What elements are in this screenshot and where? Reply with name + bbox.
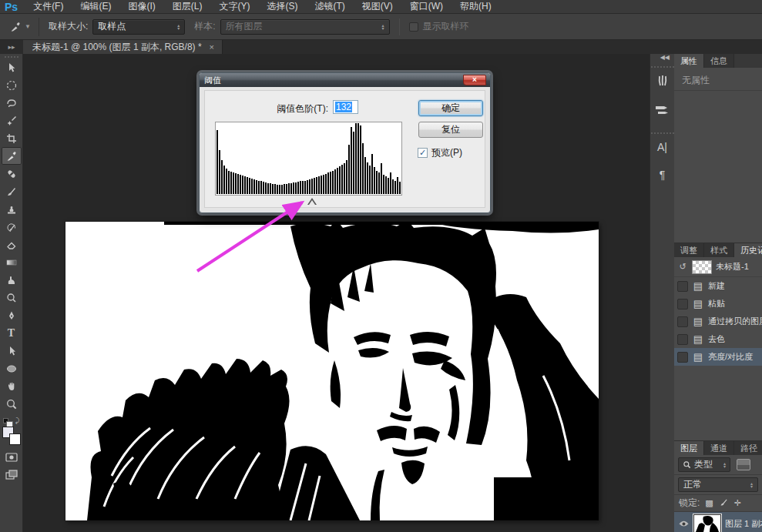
shape-ellipse-tool[interactable]	[2, 360, 22, 377]
history-source-well[interactable]	[677, 334, 688, 345]
menu-help[interactable]: 帮助(H)	[452, 0, 499, 14]
lock-transparency-icon[interactable]: ▩	[705, 498, 713, 508]
dialog-title-bar[interactable]: 阈值	[200, 73, 490, 87]
gradient-tool[interactable]	[2, 253, 22, 271]
screen-mode-button[interactable]	[2, 466, 22, 483]
sample-size-label: 取样大小:	[49, 20, 88, 33]
brush-tool[interactable]	[2, 182, 22, 200]
move-tool[interactable]	[2, 59, 22, 76]
menu-window[interactable]: 窗口(W)	[402, 0, 451, 14]
dodge-tool[interactable]	[2, 289, 22, 306]
type-tool[interactable]: T	[2, 324, 22, 342]
tab-history[interactable]: 历史记录	[734, 243, 762, 257]
sample-select[interactable]: 所有图层 ▴▾	[220, 19, 390, 35]
history-step-icon: ▤	[692, 316, 704, 326]
history-item[interactable]: ▤ 新建	[674, 277, 762, 295]
zoom-tool[interactable]	[2, 395, 22, 413]
eyedropper-tool[interactable]	[2, 147, 22, 165]
swap-colors-icon: ⤸	[15, 417, 19, 425]
color-swatches[interactable]	[2, 427, 21, 445]
default-swap-colors[interactable]: ⤸	[3, 416, 19, 425]
crop-tool[interactable]	[2, 129, 22, 147]
quick-mask-button[interactable]	[2, 448, 22, 466]
threshold-slider-handle[interactable]	[307, 198, 317, 205]
no-properties-text: 无属性	[674, 68, 762, 91]
healing-brush-tool[interactable]	[2, 165, 22, 182]
clone-stamp-tool[interactable]	[2, 200, 22, 218]
photoshop-logo: Ps	[0, 1, 24, 13]
tab-paths[interactable]: 路径	[734, 441, 762, 455]
tool-preset-picker[interactable]: ▼	[0, 18, 39, 36]
eraser-tool[interactable]	[2, 236, 22, 253]
layer-row-selected[interactable]: 图层 1 副本	[674, 512, 762, 532]
smudge-tool[interactable]	[2, 271, 22, 289]
history-item-selected[interactable]: ▤ 亮度/对比度	[674, 348, 762, 366]
sample-size-select[interactable]: 取样点 ▴▾	[92, 19, 185, 35]
history-item[interactable]: ▤ 粘贴	[674, 295, 762, 313]
default-colors-icon	[3, 418, 8, 423]
layer-filter-row: 类型 ▴▾	[674, 455, 762, 475]
lock-row: 锁定: ▩ ✛	[674, 495, 762, 512]
preview-checkbox[interactable]: ✓ 预览(P)	[418, 146, 462, 159]
tab-info[interactable]: 信息	[704, 54, 734, 68]
menu-filter[interactable]: 滤镜(T)	[307, 0, 352, 14]
history-source-well[interactable]	[677, 316, 688, 327]
history-source-well[interactable]	[677, 352, 688, 363]
history-brush-tool[interactable]	[2, 218, 22, 236]
magic-wand-tool[interactable]	[2, 112, 22, 129]
threshold-value-input[interactable]: 132	[333, 100, 358, 114]
layer-thumbnail[interactable]	[693, 514, 721, 532]
menu-image[interactable]: 图像(I)	[120, 0, 163, 14]
menu-type[interactable]: 文字(Y)	[211, 0, 257, 14]
layers-tab-bar: 图层 通道 路径	[674, 441, 762, 455]
filter-by-image-icon[interactable]	[737, 459, 750, 470]
updown-icon: ▴▾	[723, 462, 726, 468]
panel-grip[interactable]	[5, 56, 18, 58]
reset-button[interactable]: 复位	[418, 122, 483, 138]
tab-adjustments[interactable]: 调整	[674, 243, 704, 257]
document-tab[interactable]: 未标题-1 @ 100% (图层 1 副本, RGB/8) * ×	[23, 40, 223, 54]
show-sampling-ring-checkbox[interactable]: 显示取样环	[409, 20, 469, 33]
history-step-icon: ▤	[692, 281, 704, 291]
path-select-tool[interactable]	[2, 342, 22, 360]
visibility-eye-icon[interactable]	[677, 520, 690, 527]
brush-presets-icon[interactable]	[653, 72, 672, 89]
tab-layers[interactable]: 图层	[674, 441, 704, 455]
tab-channels[interactable]: 通道	[704, 441, 734, 455]
menu-edit[interactable]: 编辑(E)	[72, 0, 119, 14]
dialog-close-button[interactable]: ×	[463, 75, 486, 85]
menu-file[interactable]: 文件(F)	[25, 0, 71, 14]
paragraph-panel-icon[interactable]: ¶	[653, 166, 672, 183]
pen-tool[interactable]	[2, 306, 22, 324]
layer-filter-select[interactable]: 类型 ▴▾	[678, 457, 730, 472]
history-brush-source-icon[interactable]: ↺	[677, 262, 688, 272]
preview-label: 预览(P)	[431, 146, 462, 159]
marquee-tool[interactable]	[2, 76, 22, 94]
hand-tool[interactable]	[2, 377, 22, 395]
lock-pixels-icon[interactable]	[719, 497, 729, 509]
menu-view[interactable]: 视图(V)	[354, 0, 401, 14]
menu-select[interactable]: 选择(S)	[259, 0, 305, 14]
collapse-panels-icon[interactable]: ◀◀	[650, 54, 674, 63]
lock-position-icon[interactable]: ✛	[734, 498, 741, 508]
search-icon	[683, 460, 691, 469]
tab-properties[interactable]: 属性	[674, 54, 704, 68]
background-color-swatch[interactable]	[9, 433, 21, 445]
blend-mode-select[interactable]: 正常 ▴▾	[678, 477, 758, 492]
history-source-well[interactable]	[677, 299, 688, 309]
history-item[interactable]: ▤ 通过拷贝的图层	[674, 313, 762, 330]
updown-icon: ▴▾	[750, 482, 753, 488]
menu-layer[interactable]: 图层(L)	[165, 0, 210, 14]
brushes-panel-icon[interactable]	[653, 100, 672, 117]
document-canvas[interactable]	[65, 222, 599, 520]
history-item[interactable]: ▤ 去色	[674, 330, 762, 348]
dialog-body: 阈值色阶(T): 132 确定 复位 ✓ 预览(P)	[204, 90, 485, 208]
history-source-well[interactable]	[677, 281, 688, 292]
history-snapshot-row[interactable]: ↺ 未标题-1	[674, 257, 762, 277]
lasso-tool[interactable]	[2, 94, 22, 112]
character-panel-icon[interactable]: A|	[653, 139, 672, 156]
tab-styles[interactable]: 样式	[704, 243, 734, 257]
ok-button[interactable]: 确定	[418, 100, 483, 116]
tab-close-icon[interactable]: ×	[210, 42, 214, 52]
toolbar-collapse-icon[interactable]: ▸▸	[0, 40, 23, 54]
